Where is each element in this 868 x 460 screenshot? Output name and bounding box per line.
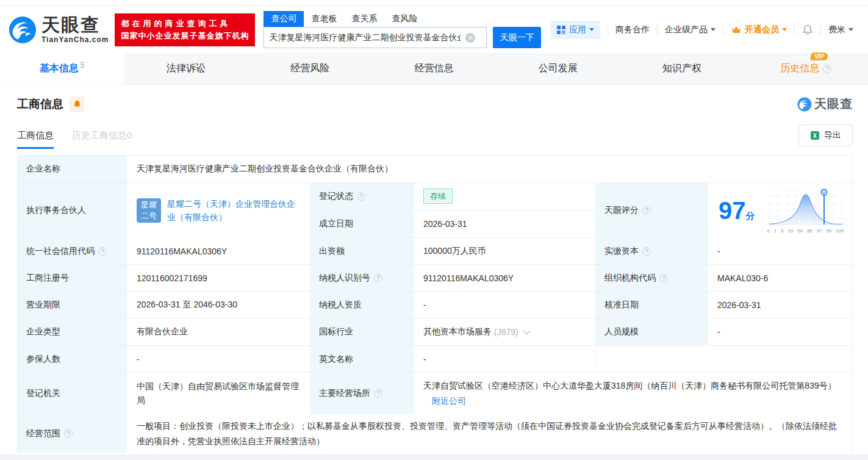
tab-history-info[interactable]: 历史信息 VIP ? <box>744 53 868 84</box>
taxpayer-id-label: 纳税人识别号 <box>319 273 370 284</box>
caret-down-icon <box>848 28 853 31</box>
status-date-subgrid: 登记状态 ? 存续 成立日期 2026-03-31 <box>310 183 596 237</box>
search-row: ✕ 天眼一下 <box>264 27 541 48</box>
search-tab-relation[interactable]: 查关系 <box>344 11 384 27</box>
nav-user-menu[interactable]: 费米 <box>828 24 853 35</box>
empty-cell <box>596 346 852 372</box>
excel-icon <box>810 131 820 140</box>
search-button[interactable]: 天眼一下 <box>493 27 541 48</box>
watermark-text: 天眼查 <box>814 96 853 112</box>
status-badge: 存续 <box>423 189 453 204</box>
top-nav: 应用 商务合作 企业级产品 开通会员 <box>551 21 853 39</box>
credit-code-label-cell: 统一社会信用代码 ? <box>18 238 127 264</box>
help-icon[interactable]: ? <box>98 247 107 256</box>
tick-label: 0 <box>767 228 770 234</box>
search-tab-risk[interactable]: 查风险 <box>384 11 425 27</box>
table-row: 执行事务合伙人 星耀二号 星耀二号（天津）企业管理合伙企业（有限合伙） 登记状态… <box>18 183 852 238</box>
search-input[interactable] <box>264 27 465 48</box>
tick-label: 100 <box>836 228 844 234</box>
tick-label: 15 <box>787 228 793 234</box>
reg-authority-value: 中国（天津）自由贸易试验区市场监督管理局 <box>127 373 310 414</box>
subtab-history-business-info[interactable]: 历史工商信息0 <box>72 130 132 149</box>
business-address-value-cell: 天津自贸试验区（空港经济区）中心大道华盈大厦318房间（纳百川（天津）商务秘书有… <box>414 373 852 414</box>
nav-open-vip-label: 开通会员 <box>745 24 779 35</box>
notification-bell-icon[interactable] <box>802 24 813 35</box>
help-icon[interactable]: ? <box>659 274 668 282</box>
subscribe-bell-icon[interactable] <box>70 97 84 112</box>
help-icon[interactable]: ? <box>642 206 651 215</box>
tab-intellectual-property[interactable]: 知识产权 <box>620 53 744 84</box>
executive-partner-label: 执行事务合伙人 <box>18 183 127 238</box>
table-row: 统一社会信用代码 ? 91120116MAKAL0306Y 出资额 100000… <box>18 238 852 265</box>
export-label: 导出 <box>824 130 841 141</box>
nearby-companies-link[interactable]: 附近公司 <box>432 396 466 406</box>
industry-code: (J679) <box>494 327 518 337</box>
reg-number-label: 工商注册号 <box>18 265 127 291</box>
help-icon[interactable]: ? <box>357 192 365 201</box>
industry-value: 其他资本市场服务 <box>423 326 492 337</box>
industry-label: 国标行业 <box>310 318 414 345</box>
company-type-value: 有限合伙企业 <box>127 318 310 345</box>
chevron-down-icon[interactable] <box>523 328 529 334</box>
nav-divider <box>794 25 795 35</box>
tianyancha-company-page: 天眼查 TianYanCha.com 都在用的商业查询工具 国家中小企业发展子基… <box>0 0 868 460</box>
company-name-label: 企业名称 <box>18 156 127 182</box>
partner-avatar[interactable]: 星耀二号 <box>137 198 161 223</box>
paid-capital-value: - <box>708 238 852 264</box>
caret-down-icon <box>711 28 716 31</box>
business-address-value: 天津自贸试验区（空港经济区）中心大道华盈大厦318房间（纳百川（天津）商务秘书有… <box>423 381 836 390</box>
crown-icon <box>731 25 742 35</box>
tab-basic-info[interactable]: 基本信息 5 <box>0 53 124 84</box>
export-button[interactable]: 导出 <box>798 124 853 146</box>
help-icon[interactable]: ? <box>374 274 382 282</box>
help-icon[interactable]: ? <box>374 389 382 398</box>
score-axis-ticks: 0 1 3 15 50 85 97 99 100 <box>767 228 844 234</box>
reg-status-label: 登记状态 <box>319 191 353 202</box>
tab-operation-info[interactable]: 经营信息 <box>372 53 496 84</box>
business-info-table: 企业名称 天津复星海河医疗健康产业二期创业投资基金合伙企业（有限合伙） 执行事务… <box>17 155 853 453</box>
approval-date-label: 核准日期 <box>596 292 708 318</box>
nav-apps[interactable]: 应用 <box>551 21 600 39</box>
partner-link[interactable]: 星耀二号（天津）企业管理合伙企业（有限合伙） <box>167 197 300 224</box>
tyc-score-cell[interactable]: 97分 <box>708 183 852 238</box>
tick-label: 1 <box>774 228 777 234</box>
search-tab-company[interactable]: 查公司 <box>264 11 304 27</box>
logo-domain: TianYanCha.com <box>41 35 109 44</box>
establish-date-label: 成立日期 <box>310 210 414 238</box>
business-scope-label: 经营范围 <box>26 428 60 439</box>
help-icon[interactable]: ? <box>823 65 831 73</box>
nav-apps-label: 应用 <box>569 24 586 35</box>
insured-count-label: 参保人数 <box>18 346 127 372</box>
tab-legal-litigation[interactable]: 法律诉讼 <box>124 53 248 84</box>
tab-operation-risk[interactable]: 经营风险 <box>248 53 372 84</box>
table-row: 企业名称 天津复星海河医疗健康产业二期创业投资基金合伙企业（有限合伙） <box>18 156 852 183</box>
contribution-value: 100000万人民币 <box>414 238 596 264</box>
search-area: 查公司 查老板 查关系 查风险 ✕ 天眼一下 <box>264 11 541 48</box>
reg-authority-label: 登记机关 <box>18 373 127 414</box>
logo-text: 天眼查 TianYanCha.com <box>41 16 109 44</box>
nav-username: 费米 <box>828 24 845 35</box>
nav-cooperation[interactable]: 商务合作 <box>615 24 650 35</box>
nav-open-vip[interactable]: 开通会员 <box>731 24 787 35</box>
nav-enterprise[interactable]: 企业级产品 <box>665 24 716 35</box>
tab-company-development[interactable]: 公司发展 <box>496 53 620 84</box>
table-row: 参保人数 - 英文名称 - <box>18 346 852 373</box>
nav-divider <box>723 25 723 35</box>
english-name-value: - <box>414 346 596 372</box>
clear-search-icon[interactable]: ✕ <box>465 33 475 43</box>
tick-label: 85 <box>807 228 812 234</box>
search-tab-boss[interactable]: 查老板 <box>304 11 344 27</box>
tianyancha-logo[interactable]: 天眼查 TianYanCha.com <box>9 16 109 44</box>
caret-down-icon <box>589 28 594 31</box>
table-row: 经营范围 ? 一般项目：创业投资（限投资未上市企业）；以私募基金从事股权投资、投… <box>18 414 852 453</box>
tyc-score-label-cell: 天眼评分 ? <box>596 183 708 238</box>
help-icon[interactable]: ? <box>642 247 651 256</box>
table-row: 登记机关 中国（天津）自由贸易试验区市场监督管理局 主要经营场所 ? 天津自贸试… <box>18 373 852 414</box>
apps-grid-icon <box>557 26 565 34</box>
top-divider <box>0 0 868 6</box>
help-icon[interactable]: ? <box>64 429 73 438</box>
business-term-label: 营业期限 <box>18 292 127 318</box>
reg-status-value: 存续 <box>414 183 596 210</box>
score-unit: 分 <box>746 210 755 221</box>
subtab-business-info[interactable]: 工商信息 <box>17 130 54 149</box>
